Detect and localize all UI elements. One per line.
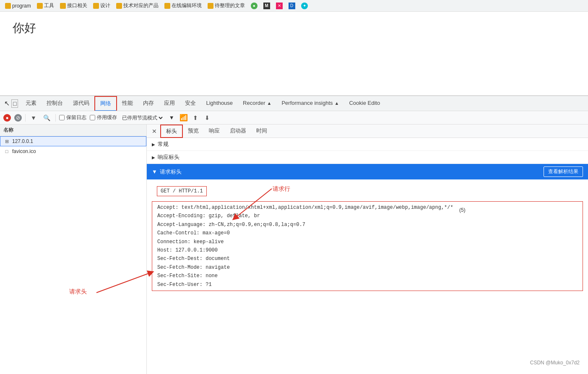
bookmark-api[interactable]: 接口相关 xyxy=(58,1,89,10)
file-list-header: 名称 xyxy=(0,125,146,136)
file-item-favicon[interactable]: □ favicon.ico xyxy=(0,146,146,156)
request-line-container: GET / HTTP/1.1 xyxy=(152,183,583,200)
headers-body: Accept: text/html,application/xhtml+xml,… xyxy=(152,201,583,291)
bookmark-site3[interactable]: ✕ xyxy=(274,2,284,10)
view-parsed-button[interactable]: 查看解析结果 xyxy=(544,166,583,177)
main-wrapper: program 工具 接口相关 设计 技术对应的产品 在线编辑环境 待整理的文章 xyxy=(0,0,588,374)
record-button[interactable]: ● xyxy=(3,114,11,122)
bookmark-design[interactable]: 设计 xyxy=(91,1,112,10)
bookmark-editor[interactable]: 在线编辑环境 xyxy=(163,1,203,10)
header-accept: Accept: text/html,application/xhtml+xml,… xyxy=(157,203,578,212)
general-label: 常规 xyxy=(158,140,169,148)
site-icon: ● xyxy=(251,3,258,9)
header-sec-fetch-user: Sec-Fetch-User: ?1 xyxy=(157,280,578,289)
watermark: CSDN @Muko_0x7d2 xyxy=(530,360,580,366)
separator xyxy=(25,114,26,122)
file-name: 127.0.0.1 xyxy=(12,138,33,144)
network-panel: 名称 ⊞ 127.0.0.1 □ favicon.ico ✕ 标头 xyxy=(0,125,588,374)
response-headers-section-header[interactable]: ▶ 响应标头 xyxy=(147,151,588,164)
preserve-log-text: 保留日志 xyxy=(66,114,86,121)
file-list: 名称 ⊞ 127.0.0.1 □ favicon.ico xyxy=(0,125,147,374)
preserve-log-label[interactable]: 保留日志 xyxy=(59,114,86,121)
bookmark-label: 接口相关 xyxy=(67,2,87,9)
recorder-icon: ▲ xyxy=(267,101,272,106)
tab-application[interactable]: 应用 xyxy=(159,96,180,111)
tab-security[interactable]: 安全 xyxy=(180,96,201,111)
tab-cookie-editor[interactable]: Cookie Edito xyxy=(344,96,385,111)
throttle-select[interactable]: 已停用节流模式 xyxy=(120,114,164,121)
close-detail-button[interactable]: ✕ xyxy=(148,128,160,135)
header-sec-fetch-site: Sec-Fetch-Site: none xyxy=(157,272,578,280)
preserve-log-checkbox[interactable] xyxy=(59,115,65,120)
tab-performance[interactable]: 性能 xyxy=(117,96,138,111)
page-content: 你好 xyxy=(0,12,588,96)
tab-memory[interactable]: 内存 xyxy=(138,96,159,111)
bookmark-label: 技术对应的产品 xyxy=(123,2,159,9)
filter-button[interactable]: ▼ xyxy=(29,114,38,122)
header-connection: Connection: keep-alive xyxy=(157,238,578,246)
cursor-icon[interactable]: ↖ xyxy=(4,99,10,107)
bookmark-tools[interactable]: 工具 xyxy=(35,1,56,10)
arrow-right-icon: ▶ xyxy=(152,155,155,160)
clear-button[interactable]: ⊘ xyxy=(14,114,22,122)
tab-preview[interactable]: 预览 xyxy=(183,125,204,138)
bookmark-label: 工具 xyxy=(44,2,54,9)
response-tab-label: 响应 xyxy=(209,127,220,135)
tab-sources[interactable]: 源代码 xyxy=(68,96,94,111)
header-host: Host: 127.0.0.1:9000 xyxy=(157,246,578,255)
response-headers-label: 响应标头 xyxy=(158,153,180,161)
bookmark-site4[interactable]: D xyxy=(287,2,297,10)
tab-headers[interactable]: 标头 xyxy=(160,125,183,138)
tab-network[interactable]: 网络 xyxy=(94,96,117,111)
wifi-icon: 📶 xyxy=(180,114,188,122)
site-icon: D xyxy=(289,3,295,9)
file-doc-icon: □ xyxy=(4,148,10,154)
disable-cache-label[interactable]: 停用缓存 xyxy=(90,114,117,121)
general-section-header[interactable]: ▶ 常规 xyxy=(147,138,588,151)
tab-lighthouse[interactable]: Lighthouse xyxy=(201,96,238,111)
bookmark-site1[interactable]: ● xyxy=(249,2,259,10)
bookmark-label: 在线编辑环境 xyxy=(172,2,202,9)
search-button[interactable]: 🔍 xyxy=(42,114,52,122)
file-name: favicon.ico xyxy=(12,148,36,154)
request-line: GET / HTTP/1.1 xyxy=(157,186,207,196)
folder-icon xyxy=(93,3,99,9)
site-icon: M xyxy=(263,3,270,9)
dropdown-icon: ▼ xyxy=(169,114,174,121)
headers-content: ▶ 常规 ▶ 响应标头 ▼ 请求标头 查看解析结果 xyxy=(147,138,588,374)
page-greeting: 你好 xyxy=(13,20,575,36)
folder-icon xyxy=(5,3,11,9)
bookmark-label: 设计 xyxy=(100,2,110,9)
bookmark-site2[interactable]: M xyxy=(262,2,272,10)
tab-recorder[interactable]: Recorder▲ xyxy=(238,96,276,111)
file-item-127[interactable]: ⊞ 127.0.0.1 xyxy=(0,136,146,146)
header-accept-encoding: Accept-Encoding: gzip, deflate, br xyxy=(157,212,578,220)
tab-timing[interactable]: 时间 xyxy=(251,125,272,138)
device-icon[interactable]: □ xyxy=(11,99,18,108)
download-button[interactable]: ⬇ xyxy=(203,114,211,122)
tab-initiator[interactable]: 启动器 xyxy=(225,125,251,138)
timing-tab-label: 时间 xyxy=(256,127,267,135)
devtools-panel: ↖ □ 元素 控制台 源代码 网络 性能 内存 应用 安全 Lighthouse… xyxy=(0,96,588,374)
tab-performance-insights[interactable]: Performance insights▲ xyxy=(276,96,344,111)
site-icon: ✕ xyxy=(276,3,283,9)
bookmark-label: program xyxy=(12,3,31,9)
disable-cache-checkbox[interactable] xyxy=(90,115,95,120)
upload-button[interactable]: ⬆ xyxy=(191,114,200,122)
bookmark-articles[interactable]: 待整理的文章 xyxy=(206,1,247,10)
request-headers-section[interactable]: ▼ 请求标头 查看解析结果 xyxy=(147,164,588,179)
bookmark-site5[interactable]: ✦ xyxy=(299,2,310,10)
tab-console[interactable]: 控制台 xyxy=(42,96,68,111)
network-toolbar: ● ⊘ ▼ 🔍 保留日志 停用缓存 已停用节流模式 ▼ 📶 ⬆ ⬇ xyxy=(0,111,588,125)
initiator-tab-label: 启动器 xyxy=(230,127,246,135)
header-sec-fetch-dest: Sec-Fetch-Dest: document xyxy=(157,255,578,263)
bookmark-program[interactable]: program xyxy=(3,2,33,10)
disable-cache-text: 停用缓存 xyxy=(97,114,117,121)
folder-icon xyxy=(37,3,43,9)
tab-response[interactable]: 响应 xyxy=(204,125,225,138)
devtools-tabbar: ↖ □ 元素 控制台 源代码 网络 性能 内存 应用 安全 Lighthouse… xyxy=(0,96,588,111)
site-icon: ✦ xyxy=(301,3,308,9)
tab-elements[interactable]: 元素 xyxy=(21,96,42,111)
bookmark-product[interactable]: 技术对应的产品 xyxy=(114,1,160,10)
bookmark-label: 待整理的文章 xyxy=(215,2,245,9)
